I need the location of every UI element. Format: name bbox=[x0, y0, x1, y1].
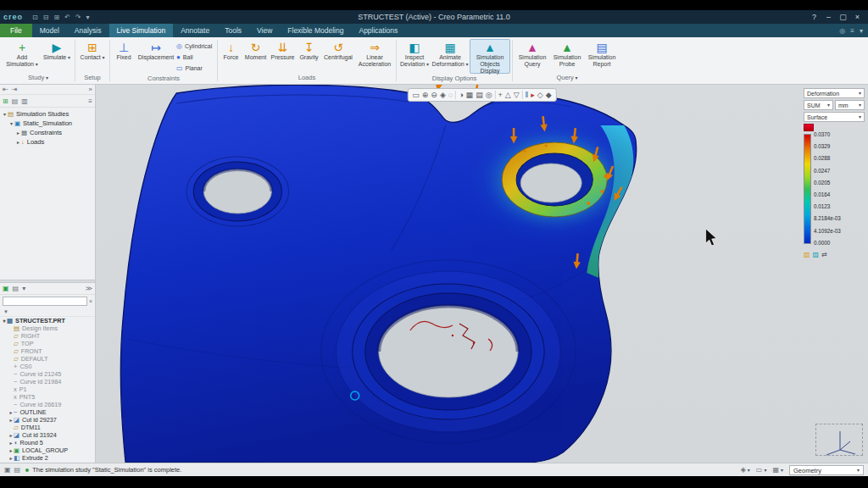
pick-box-icon[interactable]: ▭ bbox=[756, 466, 767, 474]
animate-deformation-button[interactable]: ▦ Animate Deformation bbox=[431, 39, 470, 74]
new-icon[interactable]: ⊡ bbox=[32, 14, 38, 21]
tree-expand-icon[interactable]: ▾ bbox=[22, 285, 25, 292]
add-simulation-button[interactable]: + Add Simulation bbox=[3, 39, 41, 73]
dock-left-icon[interactable]: ⇤ bbox=[3, 86, 8, 93]
maximize-button[interactable]: ▢ bbox=[836, 13, 850, 21]
tree-item[interactable]: ▱TOP bbox=[0, 340, 95, 347]
group-label-setup[interactable]: Setup bbox=[77, 73, 108, 84]
tab-live-simulation[interactable]: Live Simulation bbox=[109, 24, 174, 37]
group-label-query[interactable]: Query bbox=[515, 73, 620, 84]
tab-model[interactable]: Model bbox=[32, 24, 67, 37]
play-animation-icon[interactable]: ▸ bbox=[531, 89, 535, 101]
help-button[interactable]: ? bbox=[807, 13, 821, 21]
moment-button[interactable]: ↻ Moment bbox=[242, 39, 269, 73]
filter-funnel-icon[interactable]: ▼ bbox=[3, 309, 8, 314]
tree-item[interactable]: ▤Design Items bbox=[0, 324, 95, 332]
tree-item[interactable]: ▱DEFAULT bbox=[0, 355, 95, 363]
tree-list-icon[interactable]: ▤ bbox=[13, 285, 19, 292]
tree-item[interactable]: ▱FRONT bbox=[0, 347, 95, 355]
fixed-button[interactable]: ⊥ Fixed bbox=[112, 39, 136, 74]
pressure-button[interactable]: ⇊ Pressure bbox=[269, 39, 297, 73]
sim-tree-item-constraints[interactable]: ▦ Constraints bbox=[0, 128, 95, 137]
tree-item[interactable]: ▱DTM11 bbox=[0, 424, 95, 431]
expand-icon[interactable] bbox=[15, 139, 21, 145]
panel-menu-icon[interactable]: ≫ bbox=[86, 285, 92, 292]
legend-style-icon[interactable]: ▨ bbox=[813, 251, 820, 258]
tree-item[interactable]: ~OUTLINE bbox=[0, 408, 95, 416]
undo-icon[interactable]: ↶ bbox=[64, 14, 70, 21]
redo-icon[interactable]: ↷ bbox=[75, 14, 81, 21]
cylindrical-button[interactable]: ◎ Cylindrical bbox=[176, 41, 215, 52]
tree-filter-icon[interactable]: ▥ bbox=[21, 97, 28, 105]
perspective-icon[interactable]: ◇ bbox=[537, 89, 543, 101]
axis-display-icon[interactable]: ▽ bbox=[514, 89, 520, 101]
legend-component-dropdown[interactable]: SUM bbox=[804, 100, 833, 110]
tree-item[interactable]: ◧Extrude 2 bbox=[0, 454, 95, 462]
panel-overflow-icon[interactable]: » bbox=[89, 86, 92, 93]
minimize-button[interactable]: – bbox=[821, 13, 836, 21]
group-label-constraints[interactable]: Constraints bbox=[112, 74, 215, 84]
save-icon[interactable]: ⊞ bbox=[53, 14, 59, 21]
planar-button[interactable]: ▭ Planar bbox=[176, 63, 215, 74]
select-box-icon[interactable]: ▭ bbox=[412, 89, 420, 101]
repaint-icon[interactable]: ◌ bbox=[448, 89, 453, 101]
centrifugal-button[interactable]: ↺ Centrifugal bbox=[321, 39, 355, 73]
tree-settings-icon[interactable]: ≡ bbox=[88, 97, 92, 105]
expand-icon[interactable] bbox=[8, 120, 14, 126]
tab-file[interactable]: File bbox=[0, 24, 32, 37]
legend-settings-icon[interactable] bbox=[804, 124, 814, 131]
spin-center-icon[interactable]: ◎ bbox=[486, 89, 492, 101]
simulate-button[interactable]: ▶ Simulate bbox=[41, 39, 73, 73]
simulation-probe-button[interactable]: ▲ Simulation Probe bbox=[550, 39, 584, 73]
expand-icon[interactable] bbox=[2, 111, 8, 117]
datum-display-icon[interactable]: + bbox=[498, 89, 503, 101]
tree-item[interactable]: ~Curve id 26619 bbox=[0, 401, 95, 408]
filter-display-icon[interactable]: ▦ bbox=[772, 466, 783, 474]
tab-tools[interactable]: Tools bbox=[217, 24, 249, 37]
displacement-button[interactable]: ↦ Displacement bbox=[136, 39, 176, 74]
linear-acceleration-button[interactable]: ⇒ Linear Acceleration bbox=[355, 39, 394, 73]
saved-orientations-icon[interactable]: ◆ bbox=[546, 89, 552, 101]
force-button[interactable]: ↓ Force bbox=[220, 39, 242, 73]
log-icon[interactable]: ▤ bbox=[14, 466, 21, 474]
close-button[interactable]: × bbox=[850, 13, 865, 21]
sim-tree-item-studies[interactable]: ▤ Simulation Studies bbox=[0, 109, 95, 119]
simulation-report-button[interactable]: ▤ Simulation Report bbox=[584, 39, 620, 73]
clear-search-icon[interactable]: × bbox=[89, 298, 92, 304]
tree-item[interactable]: ◪Cut id 31924 bbox=[0, 431, 95, 439]
inspect-deviation-button[interactable]: ◧ Inspect Deviation bbox=[398, 39, 431, 74]
legend-units-dropdown[interactable]: mm bbox=[835, 100, 865, 110]
tab-view[interactable]: View bbox=[249, 24, 280, 37]
selection-filter-dropdown[interactable]: Geometry bbox=[789, 465, 864, 475]
zoom-out-icon[interactable]: ⊖ bbox=[431, 89, 437, 101]
ribbon-options-icon[interactable]: ≡ bbox=[850, 27, 854, 35]
3d-viewport[interactable]: ▭ ⊕ ⊖ ◈ ◌ ◑ ▦ ▤ ◎ + △ ▽ ‖ ▸ ◇ ◆ bbox=[96, 85, 868, 463]
ball-button[interactable]: ● Ball bbox=[176, 52, 215, 63]
tab-flexible-modeling[interactable]: Flexible Modeling bbox=[280, 24, 351, 37]
sim-tree-item-static-simulation[interactable]: ▣ Static_Simulation bbox=[0, 119, 95, 128]
show-tree-icon[interactable]: ⊞ bbox=[3, 97, 8, 105]
display-style-icon[interactable]: ◑ bbox=[459, 89, 463, 101]
legend-graph-icon[interactable]: ▧ bbox=[804, 251, 810, 258]
legend-swap-icon[interactable]: ⇄ bbox=[821, 251, 827, 258]
pause-animation-icon[interactable]: ‖ bbox=[526, 89, 529, 101]
tree-item[interactable]: ▱RIGHT bbox=[0, 332, 95, 340]
notification-icon[interactable]: ▣ bbox=[4, 466, 11, 474]
model-tree-search-input[interactable] bbox=[3, 297, 87, 306]
group-label-study[interactable]: Study bbox=[3, 73, 73, 84]
tree-item[interactable]: ◪Cut id 29237 bbox=[0, 416, 95, 424]
group-label-display-options[interactable]: Display Options bbox=[398, 74, 510, 84]
sim-tree-item-loads[interactable]: ↓ Loads bbox=[0, 137, 95, 147]
group-label-loads[interactable]: Loads bbox=[220, 73, 394, 84]
tree-item[interactable]: ~Curve id 21984 bbox=[0, 378, 95, 385]
open-icon[interactable]: ⊟ bbox=[43, 14, 49, 21]
command-search-icon[interactable]: ◎ bbox=[839, 27, 845, 35]
legend-display-dropdown[interactable]: Surface bbox=[804, 112, 865, 122]
tab-annotate[interactable]: Annotate bbox=[173, 24, 217, 37]
3d-model-canvas[interactable] bbox=[96, 85, 868, 463]
expand-icon[interactable] bbox=[15, 130, 21, 136]
zoom-in-icon[interactable]: ⊕ bbox=[422, 89, 429, 101]
simulation-objects-display-button[interactable]: ▲ Simulation Objects Display bbox=[470, 39, 510, 74]
model-tree-icon[interactable]: ▣ bbox=[3, 285, 9, 292]
tree-columns-icon[interactable]: ▤ bbox=[12, 97, 19, 105]
